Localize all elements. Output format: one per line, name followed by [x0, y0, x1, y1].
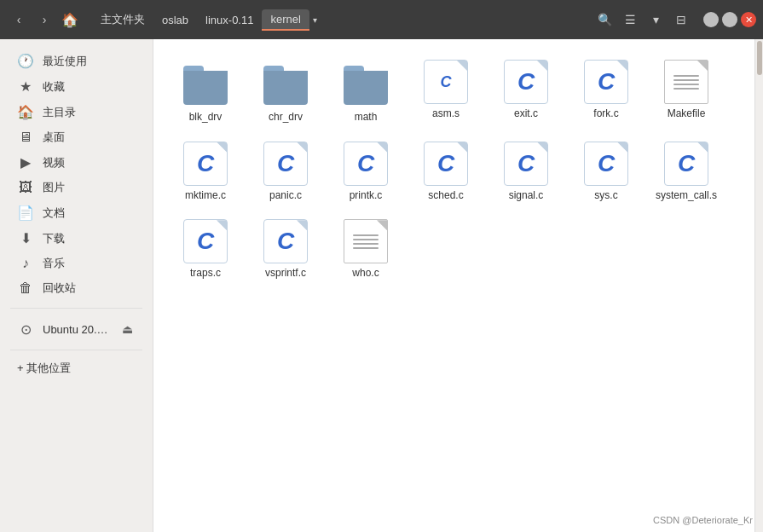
sidebar-item-music[interactable]: ♪ 音乐 [3, 252, 149, 275]
sidebar-item-other[interactable]: + 其他位置 [3, 356, 149, 380]
sidebar-item-videos[interactable]: ▶ 视频 [3, 150, 149, 175]
folder-icon [182, 62, 229, 105]
c-file-icon: C [504, 60, 548, 104]
documents-icon: 📄 [17, 205, 34, 221]
file-item-sys.c[interactable]: Csys.c [568, 135, 645, 210]
desktop-icon: 🖥 [17, 130, 34, 145]
search-button[interactable]: 🔍 [592, 8, 616, 32]
toolbar-actions: 🔍 ☰ ▾ ⊟ [592, 8, 693, 32]
sidebar-item-favorites[interactable]: ★ 收藏 [3, 74, 149, 99]
file-label: system_call.s [656, 189, 717, 203]
text-file-icon [664, 60, 708, 104]
sidebar-label-downloads: 下载 [43, 231, 65, 246]
file-label: blk_drv [189, 111, 223, 124]
file-item-who.c[interactable]: who.c [327, 212, 404, 287]
file-item-math[interactable]: math [327, 53, 404, 131]
star-icon: ★ [17, 78, 34, 95]
sidebar-label-favorites: 收藏 [43, 79, 65, 95]
home-button[interactable]: 🏠 [58, 8, 82, 32]
sidebar-item-desktop[interactable]: 🖥 桌面 [3, 125, 149, 149]
pictures-icon: 🖼 [17, 180, 34, 195]
file-item-sched.c[interactable]: Csched.c [408, 135, 484, 210]
scroll-thumb [757, 41, 762, 75]
file-item-vsprintf.c[interactable]: Cvsprintf.c [247, 212, 324, 287]
eject-button[interactable]: ⏏ [118, 321, 136, 338]
file-label: sched.c [428, 189, 463, 203]
music-icon: ♪ [17, 256, 34, 271]
file-label: fork.c [593, 107, 618, 121]
breadcrumb-oslab[interactable]: oslab [153, 10, 197, 30]
breadcrumb-linux[interactable]: linux-0.11 [197, 10, 262, 30]
file-item-printk.c[interactable]: Cprintk.c [327, 135, 404, 210]
maximize-button[interactable]: □ [722, 12, 737, 27]
sidebar-label-music: 音乐 [43, 256, 65, 271]
c-file-icon: C [504, 142, 548, 186]
minimize-button[interactable]: — [703, 12, 719, 27]
file-label: traps.c [190, 267, 221, 280]
breadcrumb-dropdown[interactable]: ▾ [309, 12, 321, 28]
sidebar-item-ubuntu[interactable]: ⊙ Ubuntu 20.0... ⏏ [3, 316, 149, 342]
file-item-system_call.s[interactable]: Csystem_call.s [648, 135, 725, 210]
file-label: mktime.c [185, 189, 226, 203]
file-item-traps.c[interactable]: Ctraps.c [167, 212, 244, 287]
nav-buttons: ‹ › 🏠 [7, 8, 82, 32]
file-item-blk_drv[interactable]: blk_drv [167, 53, 244, 131]
sidebar-label-desktop: 桌面 [43, 130, 65, 145]
c-file-icon: C [183, 219, 228, 263]
asm-file-icon: C [424, 60, 468, 104]
file-item-exit.c[interactable]: Cexit.c [488, 53, 564, 131]
folder-icon [262, 62, 309, 105]
file-label: chr_drv [269, 111, 303, 124]
sidebar-divider-2 [10, 350, 142, 350]
sidebar-divider-1 [10, 308, 142, 309]
breadcrumb: 主文件夹 oslab linux-0.11 kernel ▾ [92, 9, 582, 31]
sidebar-item-pictures[interactable]: 🖼 图片 [3, 176, 149, 200]
back-button[interactable]: ‹ [7, 8, 31, 32]
sidebar-devices-section: ⊙ Ubuntu 20.0... ⏏ [0, 314, 153, 344]
main-container: 🕐 最近使用 ★ 收藏 🏠 主目录 🖥 桌面 ▶ 视频 🖼 图片 [0, 39, 763, 532]
file-label: math [355, 111, 378, 124]
sidebar-item-documents[interactable]: 📄 文档 [3, 200, 149, 225]
home-icon: 🏠 [17, 104, 34, 120]
file-label: sys.c [594, 189, 617, 203]
sidebar-item-downloads[interactable]: ⬇ 下载 [3, 226, 149, 251]
file-content: blk_drv chr_drv mathCasm.sCexit.cCfork.c… [153, 39, 754, 532]
folder-icon [342, 62, 390, 105]
sidebar-item-recent[interactable]: 🕐 最近使用 [3, 49, 149, 73]
view-options-button[interactable]: ⊟ [669, 8, 693, 32]
file-item-mktime.c[interactable]: Cmktime.c [167, 135, 244, 210]
recent-icon: 🕐 [17, 53, 34, 69]
scrollbar[interactable] [754, 39, 763, 532]
sidebar-item-trash[interactable]: 🗑 回收站 [3, 276, 149, 300]
file-item-signal.c[interactable]: Csignal.c [488, 135, 564, 210]
file-label: Makefile [668, 107, 706, 121]
sidebar-label-home: 主目录 [43, 105, 76, 120]
folder-icon-wrapper [182, 60, 229, 107]
window-controls: — □ ✕ [703, 12, 756, 27]
file-item-chr_drv[interactable]: chr_drv [247, 53, 324, 131]
file-label: exit.c [514, 107, 538, 121]
close-button[interactable]: ✕ [741, 12, 756, 27]
forward-button[interactable]: › [32, 8, 56, 32]
breadcrumb-kernel[interactable]: kernel [262, 9, 309, 31]
file-label: signal.c [509, 189, 544, 203]
sidebar-item-home[interactable]: 🏠 主目录 [3, 100, 149, 124]
file-item-panic.c[interactable]: Cpanic.c [247, 135, 324, 210]
file-grid: blk_drv chr_drv mathCasm.sCexit.cCfork.c… [153, 39, 754, 301]
file-label: panic.c [269, 189, 302, 203]
file-item-fork.c[interactable]: Cfork.c [568, 53, 645, 131]
view-dropdown-button[interactable]: ▾ [644, 8, 668, 32]
trash-icon: 🗑 [17, 280, 34, 296]
file-item-Makefile[interactable]: Makefile [648, 53, 725, 131]
folder-icon-wrapper [342, 60, 390, 107]
breadcrumb-home[interactable]: 主文件夹 [92, 9, 153, 31]
sidebar-label-videos: 视频 [43, 155, 65, 171]
view-list-button[interactable]: ☰ [618, 8, 642, 32]
downloads-icon: ⬇ [17, 230, 34, 246]
ubuntu-icon: ⊙ [17, 321, 34, 338]
c-file-icon: C [263, 219, 308, 263]
sidebar-label-documents: 文档 [43, 205, 65, 221]
file-item-asm.s[interactable]: Casm.s [408, 53, 484, 131]
c-file-icon: C [664, 142, 708, 186]
sidebar-label-other: + 其他位置 [17, 361, 71, 376]
